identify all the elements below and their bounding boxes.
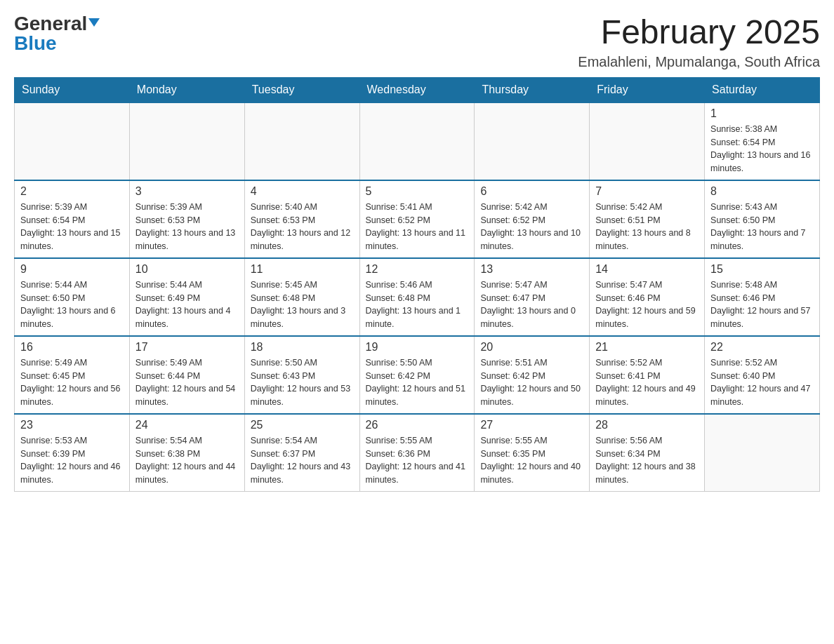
day-number: 6 <box>480 185 583 198</box>
calendar-cell: 15Sunrise: 5:48 AMSunset: 6:46 PMDayligh… <box>705 258 820 336</box>
day-info: Sunrise: 5:53 AMSunset: 6:39 PMDaylight:… <box>20 434 124 487</box>
day-of-week-header: Monday <box>129 77 244 102</box>
day-info: Sunrise: 5:46 AMSunset: 6:48 PMDaylight:… <box>366 279 469 331</box>
calendar-cell: 26Sunrise: 5:55 AMSunset: 6:36 PMDayligh… <box>359 414 475 492</box>
day-number: 4 <box>251 185 354 198</box>
day-number: 27 <box>480 419 583 431</box>
day-info: Sunrise: 5:56 AMSunset: 6:34 PMDaylight:… <box>595 434 699 487</box>
day-info: Sunrise: 5:49 AMSunset: 6:45 PMDaylight:… <box>20 356 124 409</box>
calendar-cell <box>359 102 475 180</box>
day-number: 15 <box>710 263 814 276</box>
day-info: Sunrise: 5:44 AMSunset: 6:50 PMDaylight:… <box>20 279 124 331</box>
day-info: Sunrise: 5:55 AMSunset: 6:36 PMDaylight:… <box>366 434 469 487</box>
logo: General Blue <box>14 14 100 53</box>
calendar-cell: 24Sunrise: 5:54 AMSunset: 6:38 PMDayligh… <box>129 414 244 492</box>
calendar-cell: 17Sunrise: 5:49 AMSunset: 6:44 PMDayligh… <box>129 336 244 414</box>
calendar-header: SundayMondayTuesdayWednesdayThursdayFrid… <box>15 77 820 102</box>
day-number: 22 <box>710 341 814 354</box>
week-row: 9Sunrise: 5:44 AMSunset: 6:50 PMDaylight… <box>15 258 820 336</box>
calendar-cell: 8Sunrise: 5:43 AMSunset: 6:50 PMDaylight… <box>705 180 820 258</box>
calendar-cell: 9Sunrise: 5:44 AMSunset: 6:50 PMDaylight… <box>15 258 130 336</box>
day-number: 2 <box>20 185 124 198</box>
day-number: 14 <box>595 263 699 276</box>
day-number: 8 <box>710 185 814 198</box>
calendar-cell: 20Sunrise: 5:51 AMSunset: 6:42 PMDayligh… <box>475 336 590 414</box>
calendar-cell: 4Sunrise: 5:40 AMSunset: 6:53 PMDaylight… <box>244 180 359 258</box>
day-of-week-header: Sunday <box>15 77 130 102</box>
week-row: 23Sunrise: 5:53 AMSunset: 6:39 PMDayligh… <box>15 414 820 492</box>
day-number: 19 <box>366 341 469 354</box>
day-number: 7 <box>595 185 699 198</box>
calendar-cell <box>244 102 359 180</box>
calendar-cell: 6Sunrise: 5:42 AMSunset: 6:52 PMDaylight… <box>475 180 590 258</box>
day-info: Sunrise: 5:51 AMSunset: 6:42 PMDaylight:… <box>480 356 583 409</box>
day-info: Sunrise: 5:47 AMSunset: 6:46 PMDaylight:… <box>595 279 699 331</box>
calendar-cell: 1Sunrise: 5:38 AMSunset: 6:54 PMDaylight… <box>705 102 820 180</box>
calendar-cell: 11Sunrise: 5:45 AMSunset: 6:48 PMDayligh… <box>244 258 359 336</box>
week-row: 2Sunrise: 5:39 AMSunset: 6:54 PMDaylight… <box>15 180 820 258</box>
day-number: 24 <box>135 419 239 431</box>
day-of-week-header: Saturday <box>705 77 820 102</box>
day-info: Sunrise: 5:40 AMSunset: 6:53 PMDaylight:… <box>251 201 354 253</box>
day-number: 16 <box>20 341 124 354</box>
day-number: 28 <box>595 419 699 431</box>
day-info: Sunrise: 5:52 AMSunset: 6:41 PMDaylight:… <box>595 356 699 409</box>
logo-general-text: General <box>14 14 87 34</box>
calendar-cell: 2Sunrise: 5:39 AMSunset: 6:54 PMDaylight… <box>15 180 130 258</box>
day-of-week-header: Tuesday <box>244 77 359 102</box>
calendar-cell: 13Sunrise: 5:47 AMSunset: 6:47 PMDayligh… <box>475 258 590 336</box>
day-number: 3 <box>135 185 239 198</box>
calendar-cell: 5Sunrise: 5:41 AMSunset: 6:52 PMDaylight… <box>359 180 475 258</box>
calendar-cell: 14Sunrise: 5:47 AMSunset: 6:46 PMDayligh… <box>590 258 705 336</box>
day-number: 12 <box>366 263 469 276</box>
calendar-cell: 18Sunrise: 5:50 AMSunset: 6:43 PMDayligh… <box>244 336 359 414</box>
calendar-cell: 25Sunrise: 5:54 AMSunset: 6:37 PMDayligh… <box>244 414 359 492</box>
calendar-cell: 28Sunrise: 5:56 AMSunset: 6:34 PMDayligh… <box>590 414 705 492</box>
calendar-cell: 10Sunrise: 5:44 AMSunset: 6:49 PMDayligh… <box>129 258 244 336</box>
day-info: Sunrise: 5:48 AMSunset: 6:46 PMDaylight:… <box>710 279 814 331</box>
logo-triangle-icon <box>88 18 100 27</box>
day-info: Sunrise: 5:50 AMSunset: 6:42 PMDaylight:… <box>366 356 469 409</box>
day-info: Sunrise: 5:39 AMSunset: 6:53 PMDaylight:… <box>135 201 239 253</box>
day-info: Sunrise: 5:39 AMSunset: 6:54 PMDaylight:… <box>20 201 124 253</box>
day-info: Sunrise: 5:38 AMSunset: 6:54 PMDaylight:… <box>710 123 814 175</box>
day-number: 9 <box>20 263 124 276</box>
day-number: 1 <box>710 107 814 120</box>
calendar-cell <box>129 102 244 180</box>
day-number: 23 <box>20 419 124 431</box>
day-info: Sunrise: 5:47 AMSunset: 6:47 PMDaylight:… <box>480 279 583 331</box>
calendar-cell: 12Sunrise: 5:46 AMSunset: 6:48 PMDayligh… <box>359 258 475 336</box>
day-info: Sunrise: 5:41 AMSunset: 6:52 PMDaylight:… <box>366 201 469 253</box>
day-info: Sunrise: 5:55 AMSunset: 6:35 PMDaylight:… <box>480 434 583 487</box>
calendar-cell <box>705 414 820 492</box>
week-row: 16Sunrise: 5:49 AMSunset: 6:45 PMDayligh… <box>15 336 820 414</box>
day-info: Sunrise: 5:54 AMSunset: 6:37 PMDaylight:… <box>251 434 354 487</box>
day-number: 17 <box>135 341 239 354</box>
day-number: 18 <box>251 341 354 354</box>
calendar-cell: 16Sunrise: 5:49 AMSunset: 6:45 PMDayligh… <box>15 336 130 414</box>
days-of-week-row: SundayMondayTuesdayWednesdayThursdayFrid… <box>15 77 820 102</box>
day-info: Sunrise: 5:45 AMSunset: 6:48 PMDaylight:… <box>251 279 354 331</box>
day-of-week-header: Thursday <box>475 77 590 102</box>
calendar-cell: 23Sunrise: 5:53 AMSunset: 6:39 PMDayligh… <box>15 414 130 492</box>
day-info: Sunrise: 5:50 AMSunset: 6:43 PMDaylight:… <box>251 356 354 409</box>
day-info: Sunrise: 5:42 AMSunset: 6:52 PMDaylight:… <box>480 201 583 253</box>
calendar-cell: 19Sunrise: 5:50 AMSunset: 6:42 PMDayligh… <box>359 336 475 414</box>
day-info: Sunrise: 5:43 AMSunset: 6:50 PMDaylight:… <box>710 201 814 253</box>
day-info: Sunrise: 5:49 AMSunset: 6:44 PMDaylight:… <box>135 356 239 409</box>
day-number: 13 <box>480 263 583 276</box>
day-number: 20 <box>480 341 583 354</box>
location-subtitle: Emalahleni, Mpumalanga, South Africa <box>578 54 820 70</box>
day-info: Sunrise: 5:54 AMSunset: 6:38 PMDaylight:… <box>135 434 239 487</box>
calendar-cell <box>15 102 130 180</box>
week-row: 1Sunrise: 5:38 AMSunset: 6:54 PMDaylight… <box>15 102 820 180</box>
calendar-cell: 27Sunrise: 5:55 AMSunset: 6:35 PMDayligh… <box>475 414 590 492</box>
logo-blue-text: Blue <box>14 34 57 53</box>
day-number: 26 <box>366 419 469 431</box>
day-number: 25 <box>251 419 354 431</box>
page-header: General Blue February 2025 Emalahleni, M… <box>14 14 820 70</box>
title-block: February 2025 Emalahleni, Mpumalanga, So… <box>578 14 820 70</box>
day-number: 5 <box>366 185 469 198</box>
calendar-cell: 3Sunrise: 5:39 AMSunset: 6:53 PMDaylight… <box>129 180 244 258</box>
day-info: Sunrise: 5:42 AMSunset: 6:51 PMDaylight:… <box>595 201 699 253</box>
